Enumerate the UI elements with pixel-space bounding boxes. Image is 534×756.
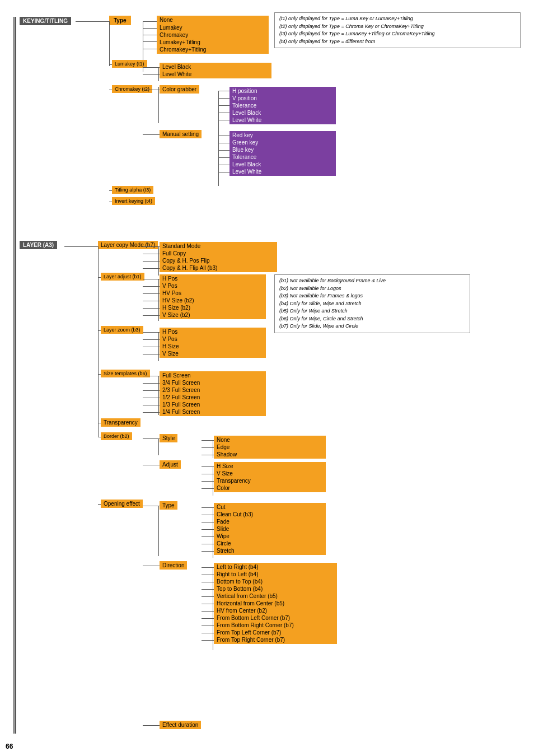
ms-h5 (218, 165, 229, 165)
dir-h6 (202, 604, 214, 604)
ot-h5 (202, 536, 214, 537)
bs-items-v (213, 440, 213, 458)
bs-shadow: Shadow (214, 450, 326, 459)
border-style-label: Style (160, 434, 177, 442)
ms-h4 (218, 157, 229, 158)
dir-items-v (213, 567, 213, 650)
border-label: Border (b2) (101, 432, 132, 440)
keying-section-label: KEYING/TITLING (20, 17, 71, 25)
st-h5 (143, 405, 160, 405)
lz-v-size: V Size (160, 349, 266, 358)
layer-copy-mode-node: Layer copy Mode (b7) (98, 241, 158, 249)
border-adjust-h (143, 465, 160, 465)
la-h2 (143, 286, 160, 287)
type-chromakey-titling: Chromakey+Titling (157, 45, 269, 54)
manual-h (143, 134, 160, 135)
ba-h1 (202, 466, 214, 467)
lumakey-v-line (109, 21, 110, 66)
ms-h2 (218, 143, 229, 143)
color-grabber-h (143, 90, 160, 90)
type-h2 (143, 28, 157, 29)
dir-h7 (202, 611, 214, 612)
la-h5 (143, 308, 160, 309)
ms-h3 (218, 150, 229, 151)
st-h4 (143, 398, 160, 398)
type-h4 (143, 41, 157, 42)
la-info-1: (b1) Not available for Background Frame … (279, 277, 465, 285)
cg-h1 (218, 91, 229, 91)
ms-h6 (218, 172, 229, 172)
ot-h4 (202, 529, 214, 530)
ba-h2 (202, 474, 214, 474)
oe-direction-label: Direction (160, 561, 187, 570)
la-h4 (143, 301, 160, 301)
layer-adjust-label: Layer adjust (b1) (101, 273, 144, 281)
opening-effect-label: Opening effect (101, 500, 143, 508)
la-info-7: (b7) Only for Slide, Wipe and Circle (279, 323, 465, 330)
type-h5 (143, 49, 157, 49)
oe-type-v (158, 506, 159, 556)
dir-h8 (202, 618, 214, 619)
border-style-v (158, 438, 159, 455)
keying-info-box: (t1) only displayed for Type = Luma Key … (274, 12, 521, 48)
dir-ftrc: From Top Right Corner (b7) (214, 636, 337, 644)
left-vertical-line2 (15, 17, 16, 734)
border-adjust-label: Adjust (160, 460, 181, 469)
lumakey-h1 (143, 67, 160, 68)
bs-h2 (202, 447, 214, 448)
bs-h1 (202, 440, 214, 441)
dir-h9 (202, 626, 214, 626)
type-node: Type (109, 16, 131, 25)
dir-h11 (202, 640, 214, 641)
ot-h7 (202, 551, 214, 552)
layer-main-h (64, 246, 98, 247)
lcm-h1 (143, 246, 160, 247)
cg-items-v (218, 91, 219, 136)
la-h1 (143, 279, 160, 279)
la-info-3: (b3) Not available for Frames & logos (279, 292, 465, 300)
la-h3 (143, 293, 160, 294)
lcm-h3 (143, 261, 160, 262)
ms-h1 (218, 136, 229, 136)
la-v-size: V Size (b2) (160, 311, 266, 319)
left-vertical-line (13, 17, 15, 734)
ba-h4 (202, 488, 214, 489)
transparency-label: Transparency (101, 418, 140, 427)
border-style-h (143, 438, 160, 439)
ot-h2 (202, 515, 214, 515)
lz-h1 (143, 332, 160, 333)
dir-h3 (202, 582, 214, 582)
type-h3 (143, 35, 157, 35)
la-h6 (143, 315, 160, 316)
cg-h3 (218, 105, 229, 106)
ot-h1 (202, 507, 214, 508)
ot-h6 (202, 544, 214, 544)
dir-h2 (202, 575, 214, 575)
st-14: 1/4 Full Screen (160, 408, 266, 416)
manual-setting-label: Manual setting (160, 130, 202, 138)
lcm-copy-hflip-all: Copy & H. Flip All (b3) (160, 264, 277, 272)
oe-type-h (143, 506, 160, 506)
lumakey-level-white: Level White (160, 70, 271, 78)
invert-keying-label: Invert keying (t4) (112, 197, 155, 205)
type-none: None (157, 16, 269, 24)
st-h2 (143, 383, 160, 384)
la-info-6: (b6) Only for Wipe, Circle and Stretch (279, 315, 465, 323)
layer-main-v (98, 246, 99, 437)
color-grabber-v (158, 87, 159, 123)
layer-section-label: LAYER (A3) (20, 241, 57, 249)
keying-h-line (76, 21, 109, 22)
la-info-4: (b4) Only for Slide, Wipe and Stretch (279, 300, 465, 308)
info-line-1: (t1) only displayed for Type = Luma Key … (279, 15, 516, 23)
cg-h2 (218, 98, 229, 99)
lz-h4 (143, 354, 160, 354)
la-info-5: (b5) Only for Wipe and Stretch (279, 307, 465, 315)
dir-h5 (202, 596, 214, 597)
effect-duration-label: Effect duration (160, 721, 201, 729)
bs-h3 (202, 455, 214, 455)
ba-color: Color (214, 484, 326, 492)
lcm-h2 (143, 254, 160, 254)
titling-alpha-label: Titling alpha (t3) (112, 186, 153, 194)
st-h3 (143, 390, 160, 391)
lz-h2 (143, 339, 160, 340)
